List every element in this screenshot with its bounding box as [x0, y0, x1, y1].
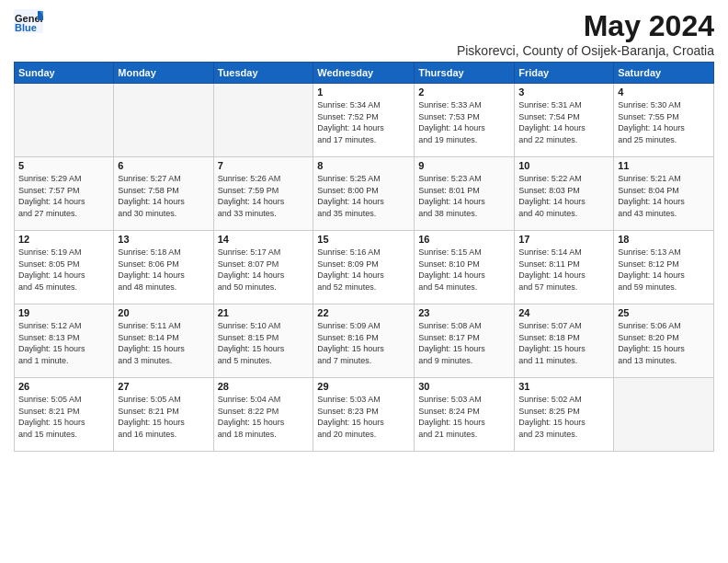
- calendar-day-cell: 12Sunrise: 5:19 AM Sunset: 8:05 PM Dayli…: [15, 231, 114, 304]
- day-number: 15: [317, 234, 410, 245]
- month-title: May 2024: [457, 9, 714, 43]
- weekday-header: Saturday: [614, 63, 714, 84]
- day-info: Sunrise: 5:31 AM Sunset: 7:54 PM Dayligh…: [518, 99, 609, 145]
- day-number: 22: [317, 307, 410, 318]
- calendar-week-row: 1Sunrise: 5:34 AM Sunset: 7:52 PM Daylig…: [15, 84, 714, 157]
- day-info: Sunrise: 5:23 AM Sunset: 8:01 PM Dayligh…: [418, 173, 510, 219]
- day-number: 20: [118, 307, 209, 318]
- day-number: 16: [418, 234, 510, 245]
- day-info: Sunrise: 5:13 AM Sunset: 8:12 PM Dayligh…: [618, 247, 710, 293]
- day-info: Sunrise: 5:10 AM Sunset: 8:15 PM Dayligh…: [218, 320, 310, 366]
- calendar-day-cell: 4Sunrise: 5:30 AM Sunset: 7:55 PM Daylig…: [614, 84, 714, 157]
- day-info: Sunrise: 5:27 AM Sunset: 7:58 PM Dayligh…: [118, 173, 209, 219]
- day-number: 30: [418, 381, 510, 392]
- day-number: 31: [518, 381, 609, 392]
- calendar-day-cell: [114, 84, 213, 157]
- day-info: Sunrise: 5:05 AM Sunset: 8:21 PM Dayligh…: [18, 394, 109, 440]
- page: General Blue May 2024 Piskorevci, County…: [0, 0, 728, 461]
- day-info: Sunrise: 5:03 AM Sunset: 8:23 PM Dayligh…: [317, 394, 410, 440]
- day-number: 2: [418, 86, 510, 98]
- calendar-day-cell: 17Sunrise: 5:14 AM Sunset: 8:11 PM Dayli…: [515, 231, 614, 304]
- calendar-day-cell: 14Sunrise: 5:17 AM Sunset: 8:07 PM Dayli…: [213, 231, 313, 304]
- day-info: Sunrise: 5:16 AM Sunset: 8:09 PM Dayligh…: [317, 247, 410, 293]
- day-info: Sunrise: 5:19 AM Sunset: 8:05 PM Dayligh…: [18, 247, 109, 293]
- day-number: 1: [317, 86, 410, 98]
- calendar-week-row: 12Sunrise: 5:19 AM Sunset: 8:05 PM Dayli…: [15, 231, 714, 304]
- calendar-day-cell: 10Sunrise: 5:22 AM Sunset: 8:03 PM Dayli…: [515, 157, 614, 231]
- day-number: 23: [418, 307, 510, 318]
- day-number: 24: [518, 307, 609, 318]
- day-info: Sunrise: 5:18 AM Sunset: 8:06 PM Dayligh…: [118, 247, 209, 293]
- calendar-day-cell: 20Sunrise: 5:11 AM Sunset: 8:14 PM Dayli…: [114, 304, 213, 378]
- day-number: 18: [618, 234, 710, 245]
- day-number: 29: [317, 381, 410, 392]
- day-number: 10: [518, 160, 609, 171]
- calendar-day-cell: 5Sunrise: 5:29 AM Sunset: 7:57 PM Daylig…: [15, 157, 114, 231]
- calendar-day-cell: 22Sunrise: 5:09 AM Sunset: 8:16 PM Dayli…: [313, 304, 415, 378]
- day-info: Sunrise: 5:22 AM Sunset: 8:03 PM Dayligh…: [518, 173, 609, 219]
- day-info: Sunrise: 5:03 AM Sunset: 8:24 PM Dayligh…: [418, 394, 510, 440]
- calendar-day-cell: 27Sunrise: 5:05 AM Sunset: 8:21 PM Dayli…: [114, 378, 213, 452]
- calendar-day-cell: 21Sunrise: 5:10 AM Sunset: 8:15 PM Dayli…: [213, 304, 313, 378]
- day-info: Sunrise: 5:33 AM Sunset: 7:53 PM Dayligh…: [418, 99, 510, 145]
- day-info: Sunrise: 5:17 AM Sunset: 8:07 PM Dayligh…: [218, 247, 310, 293]
- day-info: Sunrise: 5:26 AM Sunset: 7:59 PM Dayligh…: [218, 173, 310, 219]
- calendar-day-cell: 18Sunrise: 5:13 AM Sunset: 8:12 PM Dayli…: [614, 231, 714, 304]
- weekday-header: Wednesday: [313, 63, 415, 84]
- day-number: 13: [118, 234, 209, 245]
- day-number: 5: [18, 160, 109, 171]
- calendar-day-cell: 23Sunrise: 5:08 AM Sunset: 8:17 PM Dayli…: [415, 304, 515, 378]
- calendar-day-cell: 8Sunrise: 5:25 AM Sunset: 8:00 PM Daylig…: [313, 157, 415, 231]
- calendar-day-cell: 15Sunrise: 5:16 AM Sunset: 8:09 PM Dayli…: [313, 231, 415, 304]
- title-area: May 2024 Piskorevci, County of Osijek-Ba…: [457, 9, 714, 58]
- weekday-header-row: SundayMondayTuesdayWednesdayThursdayFrid…: [15, 63, 714, 84]
- calendar-day-cell: 26Sunrise: 5:05 AM Sunset: 8:21 PM Dayli…: [15, 378, 114, 452]
- day-info: Sunrise: 5:08 AM Sunset: 8:17 PM Dayligh…: [418, 320, 510, 366]
- calendar-week-row: 5Sunrise: 5:29 AM Sunset: 7:57 PM Daylig…: [15, 157, 714, 231]
- calendar-day-cell: 11Sunrise: 5:21 AM Sunset: 8:04 PM Dayli…: [614, 157, 714, 231]
- day-info: Sunrise: 5:12 AM Sunset: 8:13 PM Dayligh…: [18, 320, 109, 366]
- calendar-day-cell: 6Sunrise: 5:27 AM Sunset: 7:58 PM Daylig…: [114, 157, 213, 231]
- day-number: 19: [18, 307, 109, 318]
- day-number: 21: [218, 307, 310, 318]
- calendar-day-cell: 3Sunrise: 5:31 AM Sunset: 7:54 PM Daylig…: [515, 84, 614, 157]
- logo: General Blue: [14, 9, 43, 33]
- calendar-week-row: 19Sunrise: 5:12 AM Sunset: 8:13 PM Dayli…: [15, 304, 714, 378]
- calendar-day-cell: 7Sunrise: 5:26 AM Sunset: 7:59 PM Daylig…: [213, 157, 313, 231]
- day-number: 11: [618, 160, 710, 171]
- day-info: Sunrise: 5:14 AM Sunset: 8:11 PM Dayligh…: [518, 247, 609, 293]
- day-number: 4: [618, 86, 710, 98]
- calendar-day-cell: [614, 378, 714, 452]
- svg-text:Blue: Blue: [15, 22, 37, 33]
- day-number: 26: [18, 381, 109, 392]
- calendar-day-cell: 25Sunrise: 5:06 AM Sunset: 8:20 PM Dayli…: [614, 304, 714, 378]
- header: General Blue May 2024 Piskorevci, County…: [14, 9, 714, 58]
- day-number: 7: [218, 160, 310, 171]
- calendar-day-cell: 19Sunrise: 5:12 AM Sunset: 8:13 PM Dayli…: [15, 304, 114, 378]
- calendar-day-cell: 31Sunrise: 5:02 AM Sunset: 8:25 PM Dayli…: [515, 378, 614, 452]
- weekday-header: Friday: [515, 63, 614, 84]
- day-info: Sunrise: 5:02 AM Sunset: 8:25 PM Dayligh…: [518, 394, 609, 440]
- calendar-day-cell: 1Sunrise: 5:34 AM Sunset: 7:52 PM Daylig…: [313, 84, 415, 157]
- day-info: Sunrise: 5:04 AM Sunset: 8:22 PM Dayligh…: [218, 394, 310, 440]
- day-info: Sunrise: 5:25 AM Sunset: 8:00 PM Dayligh…: [317, 173, 410, 219]
- calendar-table: SundayMondayTuesdayWednesdayThursdayFrid…: [14, 62, 714, 452]
- day-info: Sunrise: 5:09 AM Sunset: 8:16 PM Dayligh…: [317, 320, 410, 366]
- day-info: Sunrise: 5:21 AM Sunset: 8:04 PM Dayligh…: [618, 173, 710, 219]
- weekday-header: Tuesday: [213, 63, 313, 84]
- day-number: 8: [317, 160, 410, 171]
- day-info: Sunrise: 5:11 AM Sunset: 8:14 PM Dayligh…: [118, 320, 209, 366]
- calendar-day-cell: 13Sunrise: 5:18 AM Sunset: 8:06 PM Dayli…: [114, 231, 213, 304]
- calendar-day-cell: 29Sunrise: 5:03 AM Sunset: 8:23 PM Dayli…: [313, 378, 415, 452]
- day-info: Sunrise: 5:34 AM Sunset: 7:52 PM Dayligh…: [317, 99, 410, 145]
- day-number: 6: [118, 160, 209, 171]
- logo-icon: General Blue: [14, 9, 43, 33]
- calendar-day-cell: 16Sunrise: 5:15 AM Sunset: 8:10 PM Dayli…: [415, 231, 515, 304]
- day-number: 3: [518, 86, 609, 98]
- calendar-week-row: 26Sunrise: 5:05 AM Sunset: 8:21 PM Dayli…: [15, 378, 714, 452]
- calendar-day-cell: 2Sunrise: 5:33 AM Sunset: 7:53 PM Daylig…: [415, 84, 515, 157]
- calendar-day-cell: 9Sunrise: 5:23 AM Sunset: 8:01 PM Daylig…: [415, 157, 515, 231]
- day-number: 12: [18, 234, 109, 245]
- day-number: 9: [418, 160, 510, 171]
- day-number: 14: [218, 234, 310, 245]
